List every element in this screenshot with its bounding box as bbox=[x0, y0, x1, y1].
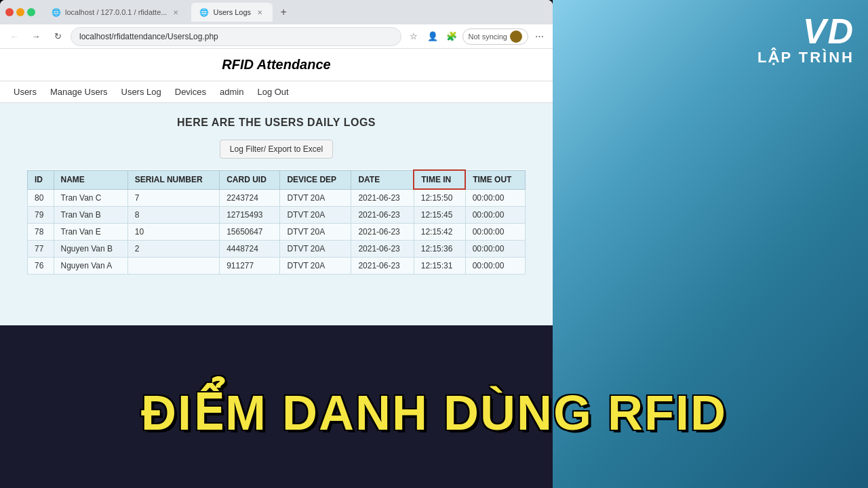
cell-4-3: 911277 bbox=[220, 258, 280, 274]
more-menu-icon[interactable]: ⋯ bbox=[531, 28, 547, 45]
cell-0-3: 2243724 bbox=[220, 189, 280, 207]
col-device-dep: DEVICE DEP bbox=[280, 170, 351, 189]
cell-2-0: 78 bbox=[28, 224, 54, 241]
sync-label: Not syncing bbox=[469, 33, 507, 41]
website-content: RFID Attendance Users Manage Users Users… bbox=[0, 49, 553, 325]
forward-button[interactable]: → bbox=[27, 28, 45, 45]
tab2-favicon: 🌐 bbox=[199, 8, 209, 17]
cell-1-7: 00:00:00 bbox=[465, 207, 525, 224]
col-serial: SERIAL NUMBER bbox=[127, 170, 219, 189]
cell-0-5: 2021-06-23 bbox=[351, 189, 414, 207]
col-time-in: TIME IN bbox=[414, 170, 465, 189]
cell-1-6: 12:15:45 bbox=[414, 207, 465, 224]
cell-0-7: 00:00:00 bbox=[465, 189, 525, 207]
cell-3-6: 12:15:36 bbox=[414, 241, 465, 258]
cell-4-7: 00:00:00 bbox=[465, 258, 525, 274]
tab2-close[interactable]: ✕ bbox=[255, 7, 264, 17]
cell-3-7: 00:00:00 bbox=[465, 241, 525, 258]
cell-2-6: 12:15:42 bbox=[414, 224, 465, 241]
cell-3-4: DTVT 20A bbox=[280, 241, 351, 258]
cell-4-4: DTVT 20A bbox=[280, 258, 351, 274]
cell-2-3: 15650647 bbox=[220, 224, 280, 241]
new-tab-button[interactable]: + bbox=[275, 4, 292, 20]
col-date: DATE bbox=[351, 170, 414, 189]
lap-trinh-text: LẬP TRÌNH bbox=[757, 49, 854, 66]
table-header: ID NAME SERIAL NUMBER CARD UID DEVICE DE… bbox=[28, 170, 526, 189]
table-body: 80Tran Van C72243724DTVT 20A2021-06-2312… bbox=[28, 189, 526, 274]
nav-manage-users[interactable]: Manage Users bbox=[50, 87, 108, 97]
url-text: localhost/rfidattendance/UsersLog.php bbox=[79, 32, 218, 41]
address-bar: ← → ↻ localhost/rfidattendance/UsersLog.… bbox=[0, 24, 553, 49]
cell-4-1: Nguyen Van A bbox=[54, 258, 127, 274]
tab1-close[interactable]: ✕ bbox=[171, 7, 180, 17]
cell-1-0: 79 bbox=[28, 207, 54, 224]
window-controls bbox=[5, 8, 35, 16]
cell-3-0: 77 bbox=[28, 241, 54, 258]
cell-2-2: 10 bbox=[127, 224, 219, 241]
cell-1-5: 2021-06-23 bbox=[351, 207, 414, 224]
cell-2-5: 2021-06-23 bbox=[351, 224, 414, 241]
cell-0-2: 7 bbox=[127, 189, 219, 207]
cell-1-3: 12715493 bbox=[220, 207, 280, 224]
cell-1-4: DTVT 20A bbox=[280, 207, 351, 224]
browser-bottom-area bbox=[0, 325, 553, 488]
table-row: 77Nguyen Van B24448724DTVT 20A2021-06-23… bbox=[28, 241, 526, 258]
profile-icon[interactable]: 👤 bbox=[425, 28, 441, 45]
browser-window: 🌐 localhost / 127.0.0.1 / rfidatte... ✕ … bbox=[0, 0, 553, 325]
col-card-uid: CARD UID bbox=[220, 170, 280, 189]
tab-bar: 🌐 localhost / 127.0.0.1 / rfidatte... ✕ … bbox=[0, 0, 553, 24]
cell-2-7: 00:00:00 bbox=[465, 224, 525, 241]
filter-btn-wrap: Log Filter/ Export to Excel bbox=[27, 140, 526, 159]
cell-4-0: 76 bbox=[28, 258, 54, 274]
back-button[interactable]: ← bbox=[5, 28, 23, 45]
right-background: VD LẬP TRÌNH bbox=[553, 0, 868, 488]
tab1-favicon: 🌐 bbox=[52, 8, 61, 17]
site-main: HERE ARE THE USERS DAILY LOGS Log Filter… bbox=[0, 103, 553, 288]
cell-3-1: Nguyen Van B bbox=[54, 241, 127, 258]
minimize-window-btn[interactable] bbox=[16, 8, 24, 16]
cell-4-2 bbox=[127, 258, 219, 274]
nav-devices[interactable]: Devices bbox=[175, 87, 206, 97]
table-row: 80Tran Van C72243724DTVT 20A2021-06-2312… bbox=[28, 189, 526, 207]
page-heading: HERE ARE THE USERS DAILY LOGS bbox=[27, 117, 526, 129]
cell-3-2: 2 bbox=[127, 241, 219, 258]
site-nav: Users Manage Users Users Log Devices adm… bbox=[0, 81, 553, 103]
cell-2-1: Tran Van E bbox=[54, 224, 127, 241]
table-row: 78Tran Van E1015650647DTVT 20A2021-06-23… bbox=[28, 224, 526, 241]
cell-0-0: 80 bbox=[28, 189, 54, 207]
col-id: ID bbox=[28, 170, 54, 189]
extensions-icon[interactable]: 🧩 bbox=[443, 28, 460, 45]
cell-0-4: DTVT 20A bbox=[280, 189, 351, 207]
cell-0-1: Tran Van C bbox=[54, 189, 127, 207]
filter-export-button[interactable]: Log Filter/ Export to Excel bbox=[220, 140, 333, 159]
sync-avatar bbox=[510, 30, 522, 43]
browser-tab-1[interactable]: 🌐 localhost / 127.0.0.1 / rfidatte... ✕ bbox=[43, 3, 189, 22]
bookmark-star-icon[interactable]: ☆ bbox=[406, 28, 422, 45]
cell-3-3: 4448724 bbox=[220, 241, 280, 258]
cell-4-6: 12:15:31 bbox=[414, 258, 465, 274]
site-header: RFID Attendance bbox=[0, 49, 553, 81]
sync-badge[interactable]: Not syncing bbox=[462, 28, 528, 45]
cell-1-2: 8 bbox=[127, 207, 219, 224]
col-name: NAME bbox=[54, 170, 127, 189]
url-bar[interactable]: localhost/rfidattendance/UsersLog.php bbox=[71, 27, 401, 46]
right-panel: VD LẬP TRÌNH bbox=[553, 0, 868, 488]
log-table: ID NAME SERIAL NUMBER CARD UID DEVICE DE… bbox=[27, 169, 526, 274]
tab1-label: localhost / 127.0.0.1 / rfidatte... bbox=[65, 8, 167, 16]
cell-3-5: 2021-06-23 bbox=[351, 241, 414, 258]
table-row: 79Tran Van B812715493DTVT 20A2021-06-231… bbox=[28, 207, 526, 224]
nav-users[interactable]: Users bbox=[14, 87, 37, 97]
nav-admin[interactable]: admin bbox=[220, 87, 243, 97]
cell-1-1: Tran Van B bbox=[54, 207, 127, 224]
address-bar-icons: ☆ 👤 🧩 Not syncing ⋯ bbox=[406, 28, 547, 45]
nav-logout[interactable]: Log Out bbox=[257, 87, 288, 97]
refresh-button[interactable]: ↻ bbox=[49, 28, 66, 45]
col-time-out: TIME OUT bbox=[465, 170, 525, 189]
expand-window-btn[interactable] bbox=[27, 8, 35, 16]
cell-0-6: 12:15:50 bbox=[414, 189, 465, 207]
browser-tab-2[interactable]: 🌐 Users Logs ✕ bbox=[191, 3, 273, 22]
nav-users-log[interactable]: Users Log bbox=[121, 87, 161, 97]
table-row: 76Nguyen Van A911277DTVT 20A2021-06-2312… bbox=[28, 258, 526, 274]
cell-4-5: 2021-06-23 bbox=[351, 258, 414, 274]
close-window-btn[interactable] bbox=[5, 8, 14, 16]
